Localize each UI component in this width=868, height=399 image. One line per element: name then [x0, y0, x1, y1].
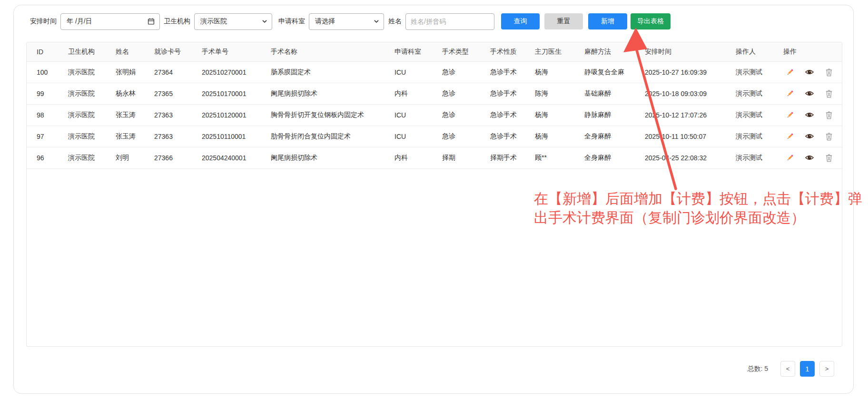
cell-type: 急诊	[442, 61, 490, 83]
row-actions	[783, 61, 842, 83]
column-header: 操作	[783, 42, 842, 61]
pagination: 总数: 5 < 1 >	[14, 361, 853, 377]
cell-nature: 急诊手术	[490, 126, 535, 147]
delete-icon[interactable]	[825, 154, 833, 162]
cell-nature: 急诊手术	[490, 61, 535, 83]
edit-icon[interactable]	[786, 89, 794, 98]
edit-icon[interactable]	[786, 132, 794, 141]
prev-page-button[interactable]: <	[780, 361, 795, 377]
cell-operator: 演示测试	[736, 104, 783, 126]
cell-card_no: 27364	[154, 61, 202, 83]
cell-order_no: 202510270001	[202, 61, 271, 83]
cell-name: 杨永林	[116, 83, 154, 104]
column-header: 姓名	[116, 42, 154, 61]
cell-card_no: 27365	[154, 83, 202, 104]
cell-surgeon: 顾**	[535, 147, 584, 168]
cell-org: 演示医院	[68, 61, 116, 83]
view-icon[interactable]	[805, 89, 814, 98]
cell-surgeon: 陈海	[535, 83, 584, 104]
cell-time: 2025-10-11 10:50:07	[645, 126, 736, 147]
cell-anesthesia: 基础麻醉	[584, 83, 645, 104]
cell-operator: 演示测试	[736, 61, 783, 83]
column-header: 申请科室	[395, 42, 442, 61]
org-label: 卫生机构	[164, 17, 190, 26]
view-icon[interactable]	[805, 132, 814, 141]
column-header: 主刀医生	[535, 42, 584, 61]
row-actions	[783, 126, 842, 147]
cell-type: 急诊	[442, 83, 490, 104]
export-button[interactable]: 导出表格	[631, 13, 671, 29]
filter-bar: 安排时间 年 /月/日 卫生机构 演示医院 申请科室 请选择 姓名 查询 重置 …	[30, 13, 853, 30]
dept-select[interactable]: 请选择	[309, 13, 384, 30]
cell-surgery: 阑尾病损切除术	[271, 147, 395, 168]
surgery-table: ID卫生机构姓名就诊卡号手术单号手术名称申请科室手术类型手术性质主刀医生麻醉方法…	[27, 42, 842, 169]
cell-card_no: 27363	[154, 126, 202, 147]
cell-id: 99	[27, 83, 68, 104]
dept-label: 申请科室	[278, 17, 305, 26]
reset-button[interactable]: 重置	[544, 13, 583, 29]
annotation-line-2: 出手术计费界面（复制门诊划价界面改造）	[534, 208, 862, 227]
cell-name: 张玉涛	[116, 104, 154, 126]
chevron-down-icon	[262, 20, 267, 23]
table-row: 98演示医院张玉涛27363202510120001胸骨骨折切开复位钢板内固定术…	[27, 104, 842, 126]
cell-name: 刘明	[116, 147, 154, 168]
cell-order_no: 202510170001	[202, 83, 271, 104]
cell-surgery: 肠系膜固定术	[271, 61, 395, 83]
annotation-line-1: 在【新增】后面增加【计费】按钮，点击【计费】弹	[534, 189, 862, 208]
column-header: 手术性质	[490, 42, 535, 61]
delete-icon[interactable]	[825, 68, 833, 77]
calendar-icon[interactable]	[148, 18, 155, 25]
org-select[interactable]: 演示医院	[194, 13, 272, 30]
annotation-text: 在【新增】后面增加【计费】按钮，点击【计费】弹 出手术计费界面（复制门诊划价界面…	[534, 189, 862, 227]
add-button[interactable]: 新增	[588, 13, 627, 29]
column-header: 就诊卡号	[154, 42, 202, 61]
page-1-button[interactable]: 1	[800, 361, 815, 377]
next-page-button[interactable]: >	[819, 361, 834, 377]
cell-id: 96	[27, 147, 68, 168]
cell-order_no: 202510120001	[202, 104, 271, 126]
cell-surgeon: 杨海	[535, 61, 584, 83]
row-actions	[783, 83, 842, 104]
date-placeholder: 年 /月/日	[67, 17, 92, 26]
column-header: 手术类型	[442, 42, 490, 61]
delete-icon[interactable]	[825, 132, 833, 141]
cell-id: 98	[27, 104, 68, 126]
column-header: 手术名称	[271, 42, 395, 61]
cell-id: 97	[27, 126, 68, 147]
cell-dept: ICU	[395, 104, 442, 126]
delete-icon[interactable]	[825, 111, 833, 119]
edit-icon[interactable]	[786, 154, 794, 162]
dept-select-value: 请选择	[315, 17, 335, 26]
row-actions	[783, 104, 842, 126]
cell-name: 张玉涛	[116, 126, 154, 147]
query-button[interactable]: 查询	[501, 13, 540, 29]
cell-dept: 内科	[395, 147, 442, 168]
cell-operator: 演示测试	[736, 147, 783, 168]
cell-nature: 急诊手术	[490, 83, 535, 104]
cell-dept: ICU	[395, 61, 442, 83]
cell-operator: 演示测试	[736, 126, 783, 147]
cell-time: 2025-04-25 22:08:32	[645, 147, 736, 168]
view-icon[interactable]	[805, 154, 814, 162]
schedule-date-input[interactable]: 年 /月/日	[60, 13, 160, 30]
column-header: 麻醉方法	[584, 42, 645, 61]
column-header: 卫生机构	[68, 42, 116, 61]
view-icon[interactable]	[805, 68, 814, 77]
cell-org: 演示医院	[68, 104, 116, 126]
cell-dept: 内科	[395, 83, 442, 104]
name-input[interactable]	[405, 13, 494, 30]
cell-type: 急诊	[442, 104, 490, 126]
table-header-row: ID卫生机构姓名就诊卡号手术单号手术名称申请科室手术类型手术性质主刀医生麻醉方法…	[27, 42, 842, 61]
total-count: 总数: 5	[747, 365, 768, 373]
cell-org: 演示医院	[68, 147, 116, 168]
name-label: 姓名	[388, 17, 402, 26]
cell-org: 演示医院	[68, 126, 116, 147]
edit-icon[interactable]	[786, 68, 794, 77]
view-icon[interactable]	[805, 111, 814, 119]
row-actions	[783, 147, 842, 168]
edit-icon[interactable]	[786, 111, 794, 119]
column-header: 手术单号	[202, 42, 271, 61]
delete-icon[interactable]	[825, 89, 833, 98]
cell-anesthesia: 全身麻醉	[584, 126, 645, 147]
table-row: 97演示医院张玉涛27363202510110001肋骨骨折闭合复位内固定术IC…	[27, 126, 842, 147]
